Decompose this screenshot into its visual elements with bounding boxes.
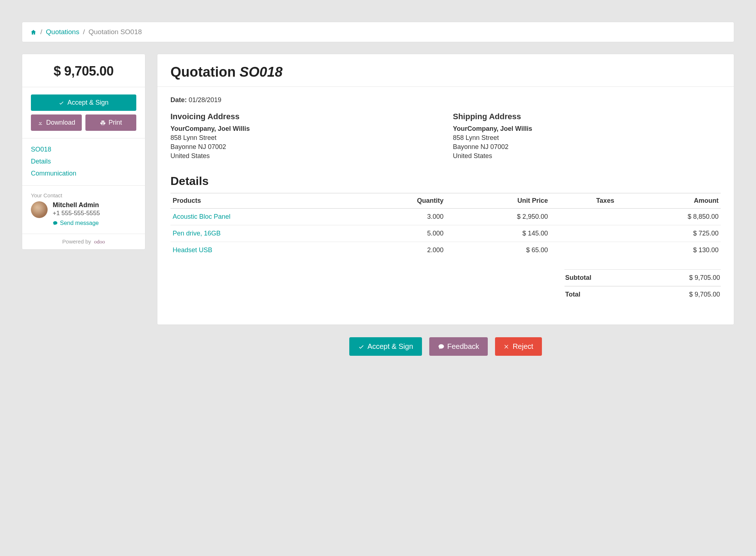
home-icon[interactable] — [30, 28, 37, 36]
footer-feedback-button[interactable]: Feedback — [429, 337, 488, 356]
items-table: Products Quantity Unit Price Taxes Amoun… — [170, 193, 721, 258]
breadcrumb-bar: / Quotations / Quotation SO018 — [22, 22, 734, 42]
shipping-heading: Shipping Address — [453, 112, 721, 121]
check-icon — [59, 100, 64, 106]
title-id: SO018 — [240, 64, 282, 80]
breadcrumb-quotations[interactable]: Quotations — [46, 28, 79, 36]
col-quantity: Quantity — [354, 193, 446, 209]
powered-brand: odoo — [94, 239, 105, 245]
subtotal-row: Subtotal $ 9,705.00 — [564, 269, 721, 286]
col-taxes: Taxes — [550, 193, 616, 209]
sidebar-item-communication[interactable]: Communication — [31, 168, 136, 180]
main-card: Quotation SO018 Date: 01/28/2019 Invoici… — [157, 54, 734, 325]
cell-amount: $ 725.00 — [616, 225, 721, 242]
breadcrumb: / Quotations / Quotation SO018 — [30, 28, 726, 36]
breadcrumb-current: Quotation SO018 — [88, 28, 142, 36]
cell-unit: $ 145.00 — [446, 225, 550, 242]
cell-amount: $ 8,850.00 — [616, 209, 721, 225]
table-header-row: Products Quantity Unit Price Taxes Amoun… — [170, 193, 721, 209]
contact-label: Your Contact — [31, 192, 136, 198]
footer-accept-label: Accept & Sign — [367, 342, 413, 351]
subtotal-value: $ 9,705.00 — [689, 274, 720, 282]
accept-sign-button[interactable]: Accept & Sign — [31, 94, 136, 111]
chat-icon — [438, 343, 445, 350]
details-heading: Details — [170, 174, 721, 188]
breadcrumb-sep: / — [40, 28, 42, 36]
product-link[interactable]: Headset USB — [173, 246, 212, 254]
sidebar: $ 9,705.00 Accept & Sign Download Print … — [22, 54, 145, 250]
footer-reject-label: Reject — [512, 342, 533, 351]
invoicing-name: YourCompany, Joel Willis — [170, 125, 438, 133]
invoicing-address: Invoicing Address YourCompany, Joel Will… — [170, 112, 438, 160]
footer-reject-button[interactable]: Reject — [495, 337, 542, 356]
main: Quotation SO018 Date: 01/28/2019 Invoici… — [157, 54, 734, 356]
accept-sign-label: Accept & Sign — [67, 99, 108, 106]
print-icon — [100, 120, 106, 126]
cell-tax — [550, 242, 616, 259]
shipping-address: Shipping Address YourCompany, Joel Willi… — [453, 112, 721, 160]
total-row: Total $ 9,705.00 — [564, 286, 721, 303]
cell-unit: $ 2,950.00 — [446, 209, 550, 225]
date-row: Date: 01/28/2019 — [170, 96, 721, 104]
date-label: Date: — [170, 96, 187, 104]
table-row: Headset USB2.000$ 65.00$ 130.00 — [170, 242, 721, 259]
total-price: $ 9,705.00 — [29, 64, 138, 79]
cell-qty: 2.000 — [354, 242, 446, 259]
col-products: Products — [170, 193, 354, 209]
cell-tax — [550, 209, 616, 225]
main-header: Quotation SO018 — [157, 54, 734, 87]
title-word: Quotation — [170, 64, 236, 80]
table-row: Pen drive, 16GB5.000$ 145.00$ 725.00 — [170, 225, 721, 242]
col-unit-price: Unit Price — [446, 193, 550, 209]
invoicing-country: United States — [170, 152, 438, 160]
totals: Subtotal $ 9,705.00 Total $ 9,705.00 — [564, 269, 721, 303]
cell-tax — [550, 225, 616, 242]
shipping-street: 858 Lynn Street — [453, 134, 721, 142]
send-message-label: Send message — [60, 220, 99, 226]
shipping-country: United States — [453, 152, 721, 160]
product-link[interactable]: Acoustic Bloc Panel — [173, 213, 230, 220]
contact-name: Mitchell Admin — [53, 201, 100, 209]
check-icon — [358, 343, 365, 350]
send-message-link[interactable]: Send message — [53, 220, 99, 226]
sidebar-nav: SO018 Details Communication — [22, 138, 145, 186]
invoicing-street: 858 Lynn Street — [170, 134, 438, 142]
print-button[interactable]: Print — [85, 114, 136, 131]
avatar — [31, 201, 48, 218]
date-value: 01/28/2019 — [189, 96, 221, 104]
footer-accept-button[interactable]: Accept & Sign — [349, 337, 422, 356]
product-link[interactable]: Pen drive, 16GB — [173, 230, 221, 237]
download-label: Download — [46, 119, 75, 126]
cell-amount: $ 130.00 — [616, 242, 721, 259]
subtotal-label: Subtotal — [565, 274, 591, 282]
contact-box: Your Contact Mitchell Admin +1 555-555-5… — [22, 186, 145, 234]
invoicing-heading: Invoicing Address — [170, 112, 438, 121]
shipping-name: YourCompany, Joel Willis — [453, 125, 721, 133]
total-value: $ 9,705.00 — [689, 291, 720, 298]
page-title: Quotation SO018 — [170, 64, 721, 80]
sidebar-actions: Accept & Sign Download Print — [22, 87, 145, 138]
price-box: $ 9,705.00 — [22, 54, 145, 87]
sidebar-item-so[interactable]: SO018 — [31, 144, 136, 156]
download-button[interactable]: Download — [31, 114, 82, 131]
shipping-city: Bayonne NJ 07002 — [453, 143, 721, 151]
cell-qty: 5.000 — [354, 225, 446, 242]
chat-icon — [53, 221, 58, 226]
close-icon — [504, 344, 510, 350]
sidebar-item-details[interactable]: Details — [31, 156, 136, 168]
col-amount: Amount — [616, 193, 721, 209]
powered-label: Powered by — [62, 238, 91, 245]
footer-feedback-label: Feedback — [447, 342, 479, 351]
invoicing-city: Bayonne NJ 07002 — [170, 143, 438, 151]
footer-actions: Accept & Sign Feedback Reject — [157, 337, 734, 356]
contact-phone: +1 555-555-5555 — [53, 210, 100, 217]
cell-unit: $ 65.00 — [446, 242, 550, 259]
total-label: Total — [565, 291, 580, 298]
cell-qty: 3.000 — [354, 209, 446, 225]
powered-by: Powered by odoo — [22, 234, 145, 249]
download-icon — [37, 120, 43, 126]
print-label: Print — [109, 119, 122, 126]
table-row: Acoustic Bloc Panel3.000$ 2,950.00$ 8,85… — [170, 209, 721, 225]
breadcrumb-sep: / — [83, 28, 85, 36]
